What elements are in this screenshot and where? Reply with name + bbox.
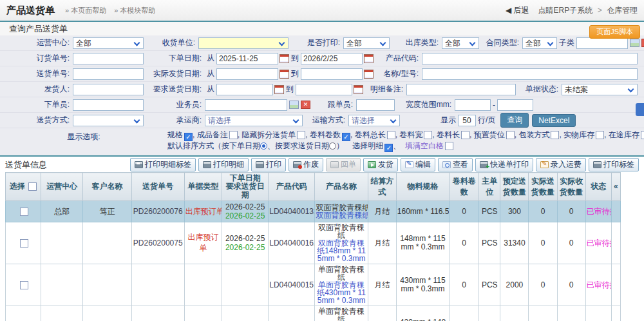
display-option-checkbox[interactable] [342,133,350,141]
display-option-checkbox[interactable] [424,131,432,139]
display-option-checkbox[interactable] [506,131,515,139]
sort-by-order-date-radio[interactable] [260,142,267,150]
calendar-icon[interactable] [354,85,363,94]
calendar-icon[interactable] [274,85,284,94]
order-clerk-input[interactable] [73,99,144,111]
display-option-checkbox[interactable] [641,131,644,139]
display-option-checkbox[interactable] [596,131,604,139]
cell-delivery-no [131,306,184,321]
calendar-icon[interactable] [279,54,289,63]
sort-by-required-date-radio[interactable] [329,142,336,150]
product-name-link[interactable]: 双面背胶青稞纸148mm * 115mm * 0.3mm [317,238,366,263]
doc-status-select[interactable]: 未结案 [562,84,638,95]
transport-select[interactable]: 请选择 [348,115,400,126]
display-option-checkbox[interactable] [387,131,395,139]
width-range-min-input[interactable] [455,99,491,111]
toolbar-button[interactable]: 编辑 [401,158,435,171]
top-bar: 产品送货单 » 本页面帮助 » 本模块帮助 ◀ 后退 点睛ERP子系统 > 仓库… [0,0,644,22]
subtype-input[interactable] [576,37,628,49]
page-js-script-button[interactable]: 页面JS脚本 [589,25,640,39]
back-link[interactable]: ◀ 后退 [506,5,529,16]
display-option-label: 卷料长 [437,130,460,139]
delivery-no-input[interactable] [73,68,144,80]
calendar-icon[interactable] [364,54,374,63]
product-code-input[interactable] [422,53,638,64]
calendar-icon[interactable] [364,70,374,79]
fill-blank-checkbox[interactable] [445,142,453,150]
order-date-from-input[interactable] [216,53,278,64]
table-row[interactable]: LD040400158 单面背胶青稞纸单面背胶青稞纸420mm * 148mm … [6,306,621,321]
name-model-input[interactable] [422,68,638,80]
order-clerk-label: 下单员: [5,99,73,110]
page-size-input[interactable] [458,115,476,126]
page-help-link[interactable]: » 本页面帮助 [65,6,106,15]
contract-type-select[interactable]: 全部 [522,37,557,49]
netexcel-button[interactable]: NetExcel [532,114,576,127]
select-detail-checkbox[interactable] [384,144,393,152]
display-option-checkbox[interactable] [461,131,469,139]
cell-planned-qty: 300 [500,201,529,222]
salesman-input[interactable] [205,99,287,111]
width-range-max-input[interactable] [497,99,533,111]
cell-more [611,264,620,306]
collapse-columns-icon[interactable]: « [611,173,620,201]
table-row[interactable]: LD040400157 单面背胶青稞纸单面背胶青稞纸430mm * 115mm … [6,264,621,306]
order-no-input[interactable] [73,53,144,64]
toolbar-button[interactable]: 查看 [438,158,473,171]
table-row[interactable]: PD260200075 出库预订单 2026-02-252026-02-25 L… [6,222,621,264]
system-name[interactable]: 点睛ERP子系统 [538,6,593,15]
display-options-row: 显示选项: 规格, 成品备注, 隐藏拆分送货单, 卷料卷数, 卷料总长, 卷料宽… [0,128,644,155]
required-date-from-input[interactable] [216,84,273,95]
module-name[interactable]: 仓库管理 [607,6,638,15]
display-option-checkbox[interactable] [551,131,559,139]
display-option-checkbox[interactable] [229,131,238,139]
display-option-label: 卷料卷数 [310,130,341,139]
detail-note-input[interactable] [406,84,516,95]
toolbar-button[interactable]: 回单 [326,158,361,171]
display-option: 成品备注, [197,130,242,139]
toolbar-button[interactable]: 作废 [289,158,323,171]
clear-icon[interactable]: ✕ [301,101,310,109]
table-row[interactable]: 总部 笃正 PD260200076 出库预订单 2026-02-252026-0… [6,201,621,222]
product-name-link[interactable]: 双面背胶青稞纸160mm * 116.5mm * 0.3mm [316,211,368,220]
display-option-checkbox[interactable] [297,131,305,139]
toolbar-button[interactable]: 录入运费 [536,158,586,171]
cell-dates [222,264,269,306]
toolbar-button[interactable]: 快递单打印 [475,158,533,171]
merchandiser-input[interactable] [356,99,395,111]
display-option-checkbox[interactable] [184,133,193,141]
toolbar-button[interactable]: 打印明细 [198,158,249,171]
clear-icon[interactable]: ✕ [641,39,644,47]
picker-icon[interactable] [289,101,299,109]
center-select[interactable]: 全部 [73,37,144,49]
side-tab[interactable] [636,103,644,116]
picker-icon[interactable] [630,39,639,47]
name-model-label: 名称/型号: [374,68,422,79]
cell-more [611,201,620,222]
select-all-checkbox[interactable] [28,182,37,191]
outbound-type-select[interactable]: 全部 [442,37,479,49]
query-section-title: 查询产品送货单 [0,22,644,35]
row-checkbox[interactable] [20,208,28,216]
row-checkbox[interactable] [20,239,28,248]
carrier-select[interactable]: 请选择 [205,115,303,126]
search-button[interactable]: 查询 [500,113,529,128]
required-date-to-input[interactable] [296,84,352,95]
product-name-link[interactable]: 单面背胶青稞纸430mm * 115mm * 0.3mm [317,280,366,305]
shipper-input[interactable] [73,84,144,95]
actual-ship-from-input[interactable] [216,68,278,80]
toolbar-button[interactable]: 打印 [251,158,286,171]
receiver-select[interactable] [198,37,289,49]
toolbar-button[interactable]: 打印标签 [589,158,639,171]
toolbar-button[interactable]: 打印明细标签 [130,158,196,171]
row-checkbox[interactable] [20,281,28,289]
order-date-to-input[interactable] [301,53,363,64]
delivery-method-select[interactable] [73,115,144,126]
printed-select[interactable]: 全部 [343,37,390,49]
toolbar-button[interactable]: 发货 [363,158,398,171]
display-option: 包装方式, [518,130,564,139]
cell-customer [83,264,131,306]
module-help-link[interactable]: » 本模块帮助 [114,6,155,15]
actual-ship-to-input[interactable] [301,68,363,80]
calendar-icon[interactable] [279,70,289,79]
